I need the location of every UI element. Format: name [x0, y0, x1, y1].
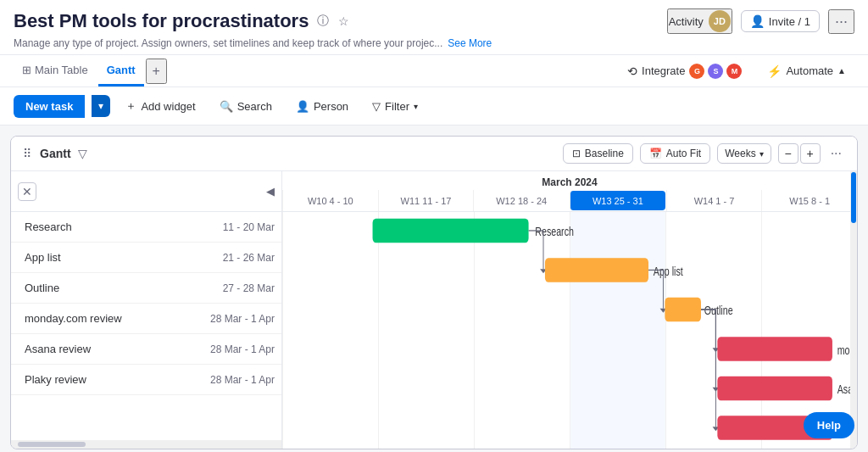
gantt-drag-handle[interactable]: ⠿	[23, 147, 31, 160]
bar-applist[interactable]	[545, 258, 648, 282]
tabs-bar: ⊞ Main Table Gantt + ⟲ Integrate G S M ⚡…	[0, 55, 868, 87]
brand-icon-3: M	[726, 64, 742, 79]
gantt-body: ✕ ◀ Research 11 - 20 Mar App list 21 - 2…	[11, 171, 857, 449]
gantt-zoom-controls: − +	[778, 143, 821, 164]
task-name-monday-review: monday.com review	[25, 312, 203, 325]
task-row-outline: Outline 27 - 28 Mar	[11, 273, 281, 304]
search-label: Search	[237, 100, 272, 113]
task-name-applist: App list	[25, 251, 216, 264]
add-widget-icon: ＋	[125, 98, 136, 114]
gantt-widget: ⠿ Gantt ▽ ⊡ Baseline 📅 Auto Fit Weeks ▾ …	[10, 136, 858, 449]
filter-chevron-icon: ▾	[414, 102, 418, 111]
help-button[interactable]: Help	[804, 412, 854, 438]
timeline-month: March 2024	[282, 171, 857, 190]
gantt-tab-label: Gantt	[107, 64, 136, 76]
star-icon[interactable]: ☆	[336, 14, 351, 29]
gantt-timeline: March 2024 W10 4 - 10 W11 11 - 17 W12 18…	[282, 171, 857, 449]
person-button[interactable]: 👤 Person	[287, 96, 357, 117]
tabs-right: ⟲ Integrate G S M ⚡ Automate ▲	[619, 60, 854, 82]
gantt-bars-svg: Research App list Outline	[282, 212, 857, 449]
baseline-label: Baseline	[585, 148, 624, 159]
filter-button[interactable]: ▽ Filter ▾	[364, 96, 426, 117]
search-icon: 🔍	[220, 100, 233, 113]
task-row-monday-review: monday.com review 28 Mar - 1 Apr	[11, 304, 281, 334]
baseline-button[interactable]: ⊡ Baseline	[563, 143, 633, 164]
automate-icon: ⚡	[767, 64, 782, 78]
info-icon[interactable]: ⓘ	[315, 14, 331, 29]
see-more-link[interactable]: See More	[448, 37, 492, 49]
autofit-button[interactable]: 📅 Auto Fit	[640, 143, 710, 164]
gantt-title-area: ⠿ Gantt ▽	[23, 147, 87, 160]
task-row-asana-review: Asana review 28 Mar - 1 Apr	[11, 334, 281, 365]
bar-research[interactable]	[373, 219, 529, 243]
gantt-header: ⠿ Gantt ▽ ⊡ Baseline 📅 Auto Fit Weeks ▾ …	[11, 137, 857, 171]
task-name-plaky-review: Plaky review	[25, 373, 203, 386]
bar-monday-review[interactable]	[717, 337, 832, 360]
add-widget-button[interactable]: ＋ Add widget	[117, 94, 203, 118]
horizontal-scrollbar[interactable]	[11, 440, 281, 449]
activity-button[interactable]: Activity JD	[667, 8, 732, 34]
task-dates-asana-review: 28 Mar - 1 Apr	[210, 343, 275, 355]
filter-label: Filter	[385, 100, 409, 113]
integrate-label: Integrate	[642, 64, 685, 77]
task-dates-applist: 21 - 26 Mar	[223, 252, 275, 264]
tabs-left: ⊞ Main Table Gantt +	[14, 55, 167, 86]
bar-label-outline: Outline	[704, 304, 733, 318]
gantt-filter-icon[interactable]: ▽	[78, 147, 87, 160]
brand-icons: G S M	[689, 64, 742, 79]
person-icon: 👤	[750, 14, 765, 28]
zoom-out-button[interactable]: −	[778, 143, 798, 164]
task-row-plaky-review: Plaky review 28 Mar - 1 Apr	[11, 365, 281, 395]
autofit-label: Auto Fit	[666, 148, 701, 159]
task-dates-monday-review: 28 Mar - 1 Apr	[210, 313, 275, 325]
task-dates-research: 11 - 20 Mar	[223, 221, 275, 233]
new-task-dropdown-button[interactable]: ▾	[92, 95, 110, 117]
automate-label: Automate	[786, 64, 833, 77]
filter-icon: ▽	[372, 100, 381, 113]
calendar-icon: 📅	[649, 148, 662, 159]
home-icon: ⊞	[22, 64, 31, 76]
brand-icon-1: G	[689, 64, 704, 79]
gantt-more-button[interactable]: ···	[827, 144, 845, 163]
bar-asana-review[interactable]	[717, 377, 832, 400]
task-dates-plaky-review: 28 Mar - 1 Apr	[210, 374, 275, 386]
search-button[interactable]: 🔍 Search	[211, 96, 281, 117]
task-name-outline: Outline	[25, 282, 216, 294]
task-name-asana-review: Asana review	[25, 343, 203, 355]
chevron-up-icon: ▲	[837, 66, 846, 75]
toolbar: New task ▾ ＋ Add widget 🔍 Search 👤 Perso…	[0, 87, 868, 126]
right-scrollbar-thumb	[851, 172, 856, 223]
zoom-in-button[interactable]: +	[800, 143, 821, 164]
brand-icon-2: S	[708, 64, 723, 79]
integrate-button[interactable]: ⟲ Integrate G S M	[619, 60, 750, 82]
baseline-icon: ⊡	[572, 148, 581, 159]
bar-label-applist: App list	[654, 265, 683, 278]
collapse-icon[interactable]: ✕	[18, 182, 36, 201]
tab-main-table[interactable]: ⊞ Main Table	[14, 55, 97, 86]
scrollbar-thumb	[18, 442, 86, 447]
title-icons: ⓘ ☆	[315, 14, 351, 29]
page-title: Best PM tools for procrastinators	[14, 10, 309, 32]
left-nav-icon[interactable]: ◀	[266, 185, 275, 198]
title-left: Best PM tools for procrastinators ⓘ ☆	[14, 10, 351, 32]
new-task-button[interactable]: New task	[14, 95, 85, 118]
right-scrollbar[interactable]	[850, 171, 857, 449]
more-options-button[interactable]: ···	[828, 9, 854, 34]
bar-outline[interactable]	[665, 298, 701, 321]
weeks-select[interactable]: Weeks ▾	[717, 143, 771, 164]
gantt-title-text: Gantt	[40, 147, 71, 160]
invite-label: Invite / 1	[769, 15, 810, 28]
automate-button[interactable]: ⚡ Automate ▲	[759, 61, 854, 81]
add-widget-label: Add widget	[141, 100, 195, 113]
weeks-label: Weeks	[725, 148, 755, 159]
gantt-left-header: ✕ ◀	[11, 171, 281, 212]
title-right: Activity JD 👤 Invite / 1 ···	[667, 8, 854, 34]
gantt-controls: ⊡ Baseline 📅 Auto Fit Weeks ▾ − + ···	[563, 143, 845, 164]
add-tab-button[interactable]: +	[146, 59, 167, 84]
invite-button[interactable]: 👤 Invite / 1	[741, 10, 820, 32]
person-filter-icon: 👤	[296, 100, 309, 113]
tab-gantt[interactable]: Gantt	[98, 55, 144, 86]
task-dates-outline: 27 - 28 Mar	[223, 282, 275, 294]
gantt-left-panel: ✕ ◀ Research 11 - 20 Mar App list 21 - 2…	[11, 171, 282, 449]
task-name-research: Research	[25, 220, 216, 233]
